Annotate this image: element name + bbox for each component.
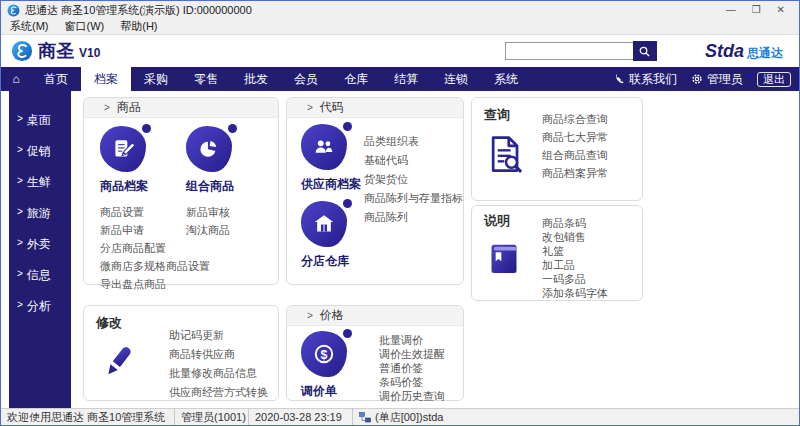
tab-system[interactable]: 系统 <box>481 67 531 91</box>
sidebar-item-analysis[interactable]: >分析 <box>9 291 71 322</box>
menu-link[interactable]: 货架货位 <box>364 170 463 189</box>
logout-button[interactable]: 退出 <box>757 72 791 87</box>
goods-archive-icon <box>100 126 146 172</box>
app-branch-warehouse[interactable]: 分店仓库 <box>301 201 364 270</box>
brand-en: Stda <box>705 41 744 62</box>
menu-link[interactable]: 调价历史查询 <box>379 389 445 403</box>
menu-link[interactable]: 商品转供应商 <box>169 345 268 364</box>
menu-link[interactable]: 批量修改商品信息 <box>169 364 268 383</box>
titlebar: 思通达 商圣10管理系统(演示版) ID:000000000 — ❐ ✕ <box>1 1 799 19</box>
app-combo-goods[interactable]: 组合商品 <box>186 126 272 195</box>
status-datetime: 2020-03-28 23:19 <box>249 409 353 425</box>
menu-link[interactable]: 商品条码 <box>542 216 632 230</box>
tab-wholesale[interactable]: 批发 <box>231 67 281 91</box>
contact-us[interactable]: 联系我们 <box>613 71 677 88</box>
card-notes: 说明 商品条码 改包销售 礼篮 加工品 一码多品 添加条码字体 <box>471 205 643 301</box>
tab-retail[interactable]: 零售 <box>181 67 231 91</box>
menu-link[interactable]: 商品陈列 <box>364 208 463 227</box>
menu-link[interactable]: 调价生效提醒 <box>379 347 445 361</box>
app-price-adjust[interactable]: $ 调价单 <box>301 331 379 403</box>
menu-link[interactable]: 礼篮 <box>542 244 632 258</box>
price-links: 批量调价 调价生效提醒 普通价签 条码价签 调价历史查询 <box>379 331 445 403</box>
query-links: 商品综合查询 商品七大异常 组合商品查询 商品档案异常 <box>542 106 632 182</box>
app-label: 分店仓库 <box>301 253 349 270</box>
menu-link[interactable]: 商品档案异常 <box>542 164 632 182</box>
menu-link[interactable]: 基础代码 <box>364 151 463 170</box>
menu-link[interactable]: 商品综合查询 <box>542 110 632 128</box>
minimize-button[interactable]: — <box>726 3 736 17</box>
menu-link[interactable]: 供应商经营方式转换 <box>169 383 268 402</box>
modify-pencil-icon <box>96 340 140 384</box>
search-input[interactable] <box>505 42 633 60</box>
tab-home[interactable]: 首页 <box>31 67 81 91</box>
app-header: 商圣 V10 Stda 思通达 <box>1 35 799 67</box>
tab-member[interactable]: 会员 <box>281 67 331 91</box>
tab-archive[interactable]: 档案 <box>81 67 131 91</box>
home-icon[interactable]: ⌂ <box>1 67 31 91</box>
card-codes-header: >代码 <box>287 98 463 118</box>
menu-system[interactable]: 系统(M) <box>10 19 49 34</box>
chevron-right-icon: > <box>17 267 23 284</box>
menu-help[interactable]: 帮助(H) <box>120 19 157 34</box>
search-button[interactable] <box>633 41 657 61</box>
menu-link[interactable]: 商品陈列与存量指标 <box>364 189 463 208</box>
menu-link[interactable]: 微商店多规格商品设置 <box>100 257 186 275</box>
menu-link[interactable]: 改包销售 <box>542 230 632 244</box>
chevron-right-icon: > <box>17 236 23 253</box>
card-title: 查询 <box>484 106 542 124</box>
sidebar-item-takeout[interactable]: >外卖 <box>9 229 71 260</box>
menu-link[interactable]: 商品七大异常 <box>542 128 632 146</box>
supplier-archive-icon <box>301 124 347 170</box>
tab-warehouse[interactable]: 仓库 <box>331 67 381 91</box>
menu-link[interactable]: 一码多品 <box>542 272 632 286</box>
chevron-right-icon: > <box>17 143 23 160</box>
sidebar-item-label: 信息 <box>27 267 51 284</box>
network-icon <box>359 412 371 423</box>
menu-link[interactable]: 批量调价 <box>379 333 445 347</box>
sidebar-item-info[interactable]: >信息 <box>9 260 71 291</box>
menu-link[interactable]: 商品设置 <box>100 203 186 221</box>
window-title: 思通达 商圣10管理系统(演示版) ID:000000000 <box>25 3 252 18</box>
sidebar-item-label: 生鲜 <box>27 174 51 191</box>
sidebar-item-promotion[interactable]: >促销 <box>9 136 71 167</box>
app-goods-archive[interactable]: 商品档案 <box>100 126 186 195</box>
menu-link[interactable]: 品类组织表 <box>364 132 463 151</box>
menu-link[interactable]: 加工品 <box>542 258 632 272</box>
menu-link[interactable]: 助记码更新 <box>169 326 268 345</box>
close-button[interactable]: ✕ <box>777 3 785 17</box>
menu-window[interactable]: 窗口(W) <box>65 19 105 34</box>
branch-warehouse-icon <box>301 201 347 247</box>
menu-link[interactable]: 普通价签 <box>379 361 445 375</box>
maximize-button[interactable]: ❐ <box>752 3 761 17</box>
sidebar-item-desktop[interactable]: >桌面 <box>9 105 71 136</box>
app-label: 调价单 <box>301 383 337 400</box>
tab-settlement[interactable]: 结算 <box>381 67 431 91</box>
notes-links: 商品条码 改包销售 礼篮 加工品 一码多品 添加条码字体 <box>542 212 632 300</box>
app-supplier-archive[interactable]: 供应商档案 <box>301 124 364 193</box>
logo-version: V10 <box>79 46 100 60</box>
card-title: 说明 <box>484 212 542 230</box>
sidebar-item-fresh[interactable]: >生鲜 <box>9 167 71 198</box>
chevron-right-icon: > <box>17 174 23 191</box>
menu-link[interactable]: 新品申请 <box>100 221 186 239</box>
tab-chain[interactable]: 连锁 <box>431 67 481 91</box>
menu-link[interactable]: 淘汰商品 <box>186 221 230 239</box>
menu-link[interactable]: 添加条码字体 <box>542 286 632 300</box>
combo-goods-icon <box>186 126 232 172</box>
tab-purchase[interactable]: 采购 <box>131 67 181 91</box>
modify-links: 助记码更新 商品转供应商 批量修改商品信息 供应商经营方式转换 <box>169 314 268 402</box>
brand: Stda 思通达 <box>705 41 783 62</box>
admin-menu[interactable]: 管理员 <box>691 71 743 88</box>
menu-link[interactable]: 组合商品查询 <box>542 146 632 164</box>
menu-link[interactable]: 条码价签 <box>379 375 445 389</box>
menu-link[interactable]: 分店商品配置 <box>100 239 186 257</box>
menu-link[interactable]: 导出盘点商品 <box>100 275 186 293</box>
main-panel: >商品 商品档案 组合商品 <box>71 91 799 408</box>
sidebar-item-travel[interactable]: >旅游 <box>9 198 71 229</box>
chevron-right-icon: > <box>104 102 110 113</box>
svg-text:$: $ <box>321 348 328 362</box>
search-bar <box>505 41 657 61</box>
app-label: 供应商档案 <box>301 176 361 193</box>
menu-link[interactable]: 新品审核 <box>186 203 230 221</box>
sidebar-item-label: 外卖 <box>27 236 51 253</box>
